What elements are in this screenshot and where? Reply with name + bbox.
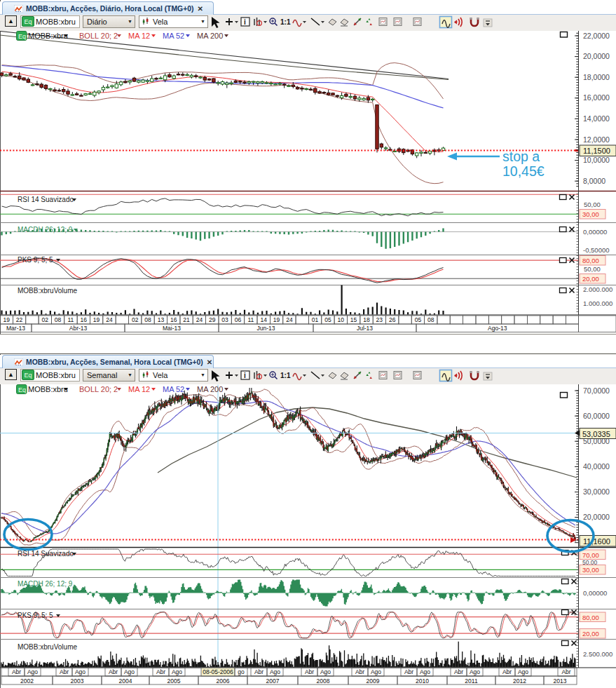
svg-text:10: 10 — [338, 316, 345, 323]
svg-text:22: 22 — [16, 316, 23, 323]
svg-text:Abr: Abr — [156, 668, 165, 675]
svg-text:MACDH 26; 12; 9: MACDH 26; 12; 9 — [18, 580, 73, 588]
svg-text:Abr: Abr — [254, 668, 263, 675]
svg-text:29: 29 — [209, 316, 216, 323]
svg-text:20,00: 20,00 — [582, 630, 599, 638]
svg-text:Mar-13: Mar-13 — [6, 325, 25, 332]
svg-text:53,0335: 53,0335 — [582, 430, 610, 438]
svg-text:10,45€: 10,45€ — [502, 163, 545, 179]
svg-text:24: 24 — [106, 316, 113, 323]
svg-text:05: 05 — [415, 316, 422, 323]
svg-text:02: 02 — [41, 316, 48, 323]
svg-text:11,1500: 11,1500 — [583, 147, 610, 155]
svg-text:2012: 2012 — [513, 677, 526, 684]
svg-text:Ago: Ago — [270, 668, 280, 675]
svg-text:0,00000: 0,00000 — [583, 228, 607, 236]
svg-text:MACDH 26; 12; 9: MACDH 26; 12; 9 — [18, 226, 73, 234]
svg-text:RSI 14 Suavizado: RSI 14 Suavizado — [18, 196, 74, 203]
svg-text:2011: 2011 — [465, 677, 478, 684]
svg-text:Mai-13: Mai-13 — [163, 325, 181, 332]
svg-text:MA 200: MA 200 — [197, 385, 223, 393]
svg-text:MA 52: MA 52 — [163, 385, 184, 393]
svg-text:Ago: Ago — [518, 668, 528, 675]
svg-text:MOBB:xbruVolume: MOBB:xbruVolume — [18, 643, 77, 651]
svg-text:70,00: 70,00 — [582, 551, 599, 559]
svg-text:BOLL 20; 2: BOLL 20; 2 — [79, 385, 118, 393]
svg-text:PKS 9; 5; 5: PKS 9; 5; 5 — [18, 256, 53, 264]
svg-text:60,0000: 60,0000 — [583, 412, 610, 420]
svg-text:Ago-13: Ago-13 — [488, 325, 507, 332]
svg-text:Abr: Abr — [561, 668, 570, 675]
svg-text:Ago: Ago — [420, 668, 430, 675]
svg-text:18: 18 — [363, 316, 370, 323]
svg-text:2008: 2008 — [317, 677, 330, 684]
svg-text:14,0000: 14,0000 — [583, 114, 610, 123]
svg-text:19: 19 — [3, 316, 10, 323]
svg-text:50,00: 50,00 — [584, 265, 601, 273]
svg-text:Abr: Abr — [502, 668, 512, 675]
svg-text:16: 16 — [81, 316, 88, 323]
svg-text:2009: 2009 — [367, 677, 380, 684]
svg-text:16,0000: 16,0000 — [583, 93, 610, 102]
svg-text:10,0000: 10,0000 — [583, 156, 610, 164]
svg-text:30,00: 30,00 — [582, 210, 599, 218]
svg-text:20,0000: 20,0000 — [583, 52, 610, 60]
svg-text:Abr: Abr — [355, 668, 364, 675]
svg-text:15: 15 — [350, 316, 357, 323]
svg-text:Eq: Eq — [18, 386, 26, 393]
svg-text:Abr: Abr — [12, 668, 21, 675]
svg-text:2005: 2005 — [167, 677, 181, 684]
svg-text:11: 11 — [67, 316, 74, 323]
svg-text:19: 19 — [273, 316, 280, 323]
svg-text:Ago: Ago — [172, 668, 182, 675]
svg-text:02: 02 — [132, 316, 139, 323]
svg-text:1.000.000: 1.000.000 — [583, 299, 612, 307]
svg-text:08-05-2006: 08-05-2006 — [203, 668, 233, 675]
svg-text:Abr: Abr — [404, 668, 413, 675]
svg-text:MA 200: MA 200 — [197, 32, 223, 40]
svg-text:Ago: Ago — [27, 668, 38, 675]
svg-text:Eq: Eq — [18, 33, 26, 40]
svg-text:2007: 2007 — [266, 677, 280, 684]
svg-text:Abr: Abr — [109, 668, 118, 675]
svg-text:08: 08 — [144, 316, 151, 323]
svg-text:23: 23 — [376, 316, 383, 323]
svg-text:MA 12: MA 12 — [128, 32, 150, 40]
svg-text:MA 12: MA 12 — [128, 385, 150, 393]
svg-text:2.000.000: 2.000.000 — [583, 285, 612, 293]
svg-text:14: 14 — [260, 316, 267, 323]
svg-text:11,1600: 11,1600 — [583, 537, 610, 546]
svg-text:16: 16 — [170, 316, 177, 323]
svg-text:2013: 2013 — [554, 677, 567, 684]
svg-text:08: 08 — [427, 316, 434, 323]
svg-text:2.500.000: 2.500.000 — [583, 650, 612, 658]
svg-text:12,0000: 12,0000 — [583, 135, 610, 144]
svg-text:Ago: Ago — [470, 668, 480, 675]
svg-text:22,0000: 22,0000 — [583, 32, 610, 40]
svg-text:Abr: Abr — [60, 668, 69, 675]
svg-text:8,0000: 8,0000 — [583, 177, 605, 185]
svg-text:2004: 2004 — [119, 677, 132, 684]
svg-text:11: 11 — [247, 316, 254, 323]
svg-text:18,0000: 18,0000 — [583, 73, 610, 81]
svg-text:80,00: 80,00 — [582, 614, 599, 621]
svg-text:0,00000: 0,00000 — [583, 589, 607, 597]
svg-text:19: 19 — [93, 316, 100, 323]
svg-text:Ago: Ago — [320, 668, 331, 675]
svg-text:26: 26 — [389, 316, 396, 323]
svg-text:24: 24 — [286, 316, 293, 323]
svg-text:stop a: stop a — [502, 149, 540, 164]
svg-text:Ago: Ago — [371, 668, 381, 675]
svg-text:05: 05 — [324, 316, 331, 323]
svg-text:20,0000: 20,0000 — [583, 513, 610, 521]
svg-text:30,00: 30,00 — [582, 566, 599, 574]
svg-text:BOLL 20; 2: BOLL 20; 2 — [79, 32, 118, 40]
svg-text:Abr: Abr — [305, 668, 314, 675]
svg-text:70,0000: 70,0000 — [583, 386, 610, 395]
svg-text:2010: 2010 — [416, 677, 429, 684]
svg-text:06: 06 — [235, 316, 242, 323]
svg-text:MOBB:xbruVolume: MOBB:xbruVolume — [18, 287, 77, 295]
svg-text:RSI 14 Suavizado: RSI 14 Suavizado — [18, 550, 74, 558]
svg-text:Ago: Ago — [124, 668, 135, 675]
svg-text:03: 03 — [221, 316, 228, 323]
